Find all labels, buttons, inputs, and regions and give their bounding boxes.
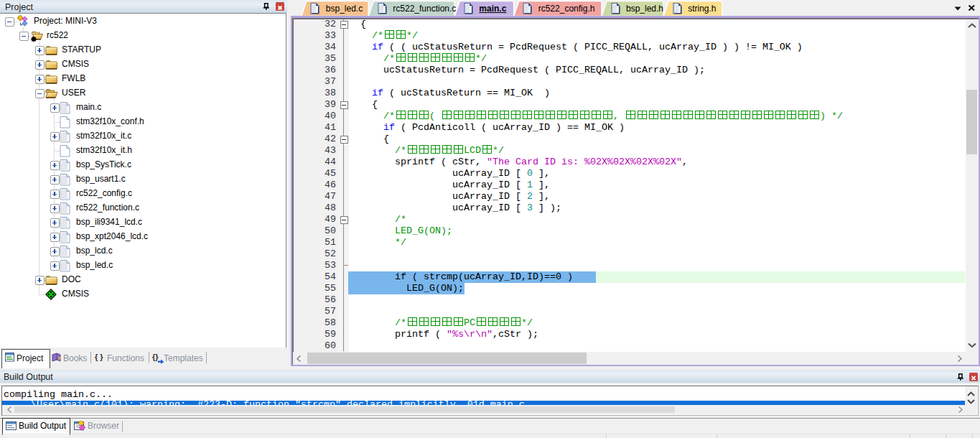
svg-text:?: ? [57, 355, 61, 362]
